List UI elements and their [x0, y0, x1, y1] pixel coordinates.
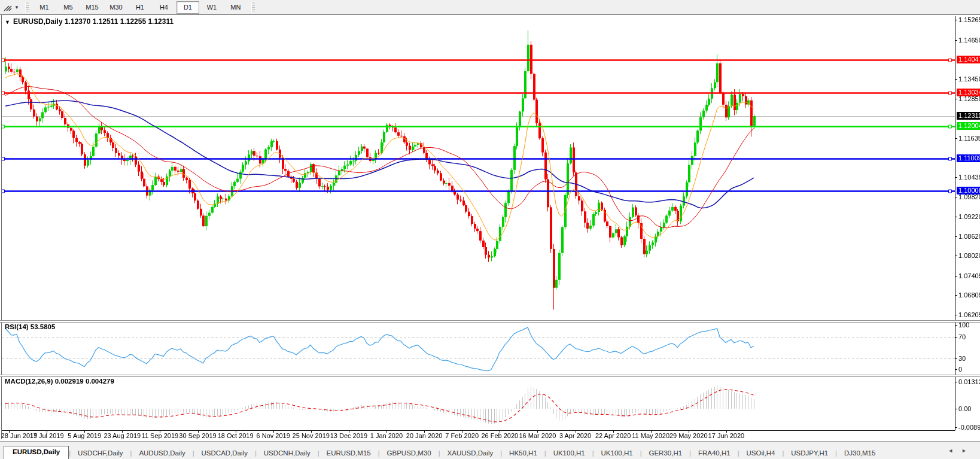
chart-cursor-icon[interactable]: [2, 2, 14, 13]
macd-axis-label: 0.013121: [958, 378, 980, 385]
chart-tab-bar: EURUSD,Daily|USDCHF,Daily|AUDUSD,Daily|U…: [0, 441, 980, 459]
chart-window: ▼EURUSD,Daily 1.12370 1.12511 1.12255 1.…: [0, 14, 980, 440]
macd-axis-label: 0.00: [958, 405, 980, 412]
macd-indicator-label: MACD(12,26,9) 0.002919 0.004279: [5, 378, 114, 385]
price-axis-tick: 1.11635: [958, 135, 980, 142]
toolbar-grip-2[interactable]: [251, 2, 255, 13]
price-axis-tick: 1.08620: [958, 233, 980, 240]
chart-tab-usdcad-daily[interactable]: USDCAD,Daily: [194, 448, 255, 459]
tab-scroll-left-icon[interactable]: ◄: [948, 448, 961, 454]
tab-scroll-arrows: ◄►: [948, 448, 975, 454]
macd-axis-label: -0.008933: [958, 424, 980, 431]
chart-tab-usdcnh-daily[interactable]: USDCNH,Daily: [257, 448, 318, 459]
price-axis-tick: 1.06805: [958, 291, 980, 299]
timeframe-button-m30[interactable]: M30: [105, 1, 127, 14]
chart-tab-uk100-h1[interactable]: UK100,H1: [594, 448, 640, 459]
timeframe-toolbar: ▼ M1M5M15M30H1H4D1W1MN: [0, 0, 980, 15]
price-level-label: 1.14047: [957, 56, 980, 63]
chart-tabs: EURUSD,Daily|USDCHF,Daily|AUDUSD,Daily|U…: [0, 446, 882, 459]
chart-tab-dj30-m15[interactable]: DJ30,M15: [837, 448, 882, 459]
tab-scroll-right-icon[interactable]: ►: [961, 448, 975, 454]
price-level-label: 1.10008: [957, 187, 980, 194]
chart-tab-fra40-h1[interactable]: FRA40,H1: [691, 448, 738, 459]
price-axis-tick: 1.10435: [958, 174, 980, 181]
timeframe-button-h4[interactable]: H4: [153, 1, 175, 14]
chart-tab-uk100-h1[interactable]: UK100,H1: [546, 448, 592, 459]
rsi-indicator-label: RSI(14) 53.5805: [5, 323, 55, 330]
price-axis-tick: 1.09820: [958, 193, 980, 200]
price-axis-tick: 1.07405: [958, 272, 980, 279]
timeframe-button-m1[interactable]: M1: [33, 1, 56, 14]
rsi-axis-label: 30: [958, 355, 980, 362]
toolbar-dropdown-caret-icon[interactable]: ▼: [14, 5, 19, 10]
chart-title-text: EURUSD,Daily 1.12370 1.12511 1.12255 1.1…: [13, 17, 174, 26]
panel-separator-macd[interactable]: [0, 375, 980, 377]
price-axis-tick: 1.15265: [958, 16, 980, 23]
chart-tab-eurusd-m15[interactable]: EURUSD,M15: [319, 448, 378, 459]
mt4-terminal: ▼ M1M5M15M30H1H4D1W1MN ▼EURUSD,Daily 1.1…: [0, 0, 980, 459]
rsi-axis-label: 0: [958, 366, 980, 373]
timeframe-button-m5[interactable]: M5: [57, 1, 80, 14]
chart-tab-usdchf-daily[interactable]: USDCHF,Daily: [71, 448, 130, 459]
timeframe-buttons: M1M5M15M30H1H4D1W1MN: [32, 1, 248, 14]
price-axis-tick: 1.14650: [958, 37, 980, 44]
timeframe-button-d1[interactable]: D1: [176, 1, 199, 14]
chart-tab-eurusd-daily[interactable]: EURUSD,Daily: [4, 446, 69, 459]
chart-collapse-icon[interactable]: ▼: [5, 19, 10, 25]
chart-tab-usoil-h4[interactable]: USOil,H4: [739, 448, 783, 459]
chart-tab-gbpusd-m30[interactable]: GBPUSD,M30: [380, 448, 439, 459]
rsi-axis-label: 70: [958, 333, 980, 341]
chart-tab-hk50-h1[interactable]: HK50,H1: [502, 448, 544, 459]
chart-tab-xauusd-daily[interactable]: XAUUSD,Daily: [440, 448, 501, 459]
chart-tab-ger30-h1[interactable]: GER30,H1: [641, 448, 689, 459]
price-level-label: 1.12004: [957, 122, 980, 130]
panel-separator-rsi[interactable]: [0, 320, 980, 323]
timeframe-button-h1[interactable]: H1: [129, 1, 151, 14]
chart-tab-usdjpy-h1[interactable]: USDJPY,H1: [784, 448, 835, 459]
timeframe-button-mn[interactable]: MN: [224, 1, 247, 14]
date-axis-label: 17 Jun 2020: [701, 432, 751, 439]
chart-tab-audusd-daily[interactable]: AUDUSD,Daily: [132, 448, 192, 459]
price-axis-tick: 1.08020: [958, 252, 980, 259]
timeframe-button-m15[interactable]: M15: [81, 1, 104, 14]
toolbar-grip[interactable]: [25, 2, 29, 13]
price-axis-tick: 1.13450: [958, 75, 980, 83]
current-price-label: 1.12311: [957, 112, 980, 120]
price-axis-tick: 1.09220: [958, 213, 980, 220]
timeframe-button-w1[interactable]: W1: [200, 1, 223, 14]
price-level-label: 1.11009: [957, 154, 980, 162]
chart-title: ▼EURUSD,Daily 1.12370 1.12511 1.12255 1.…: [5, 17, 174, 26]
price-axis-tick: 1.06205: [958, 311, 980, 318]
price-level-label: 1.13034: [957, 89, 980, 96]
